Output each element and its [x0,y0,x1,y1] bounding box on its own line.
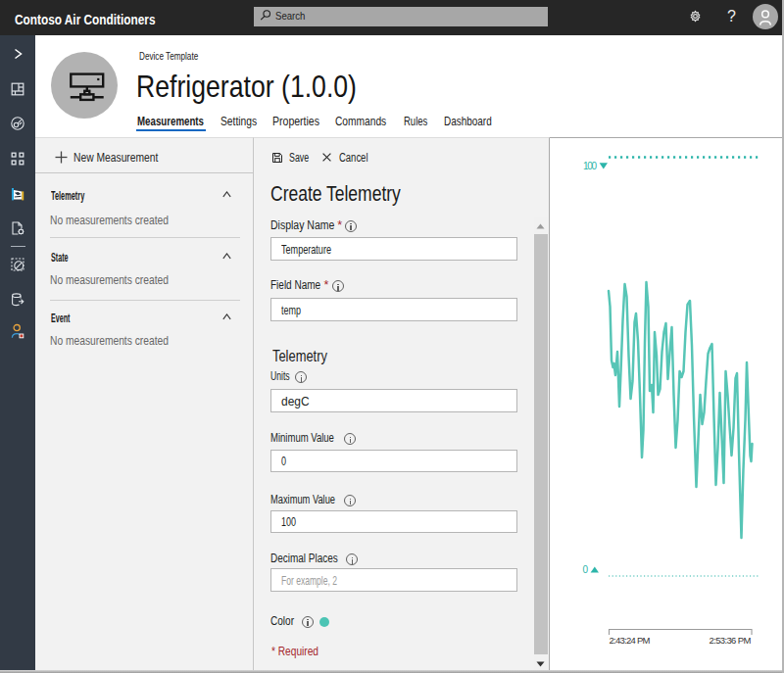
svg-text:100: 100 [583,161,598,171]
svg-text:2:43:24 PM: 2:43:24 PM [610,635,651,646]
svg-text:2:53:36 PM: 2:53:36 PM [710,635,752,646]
svg-text:0: 0 [583,564,589,575]
